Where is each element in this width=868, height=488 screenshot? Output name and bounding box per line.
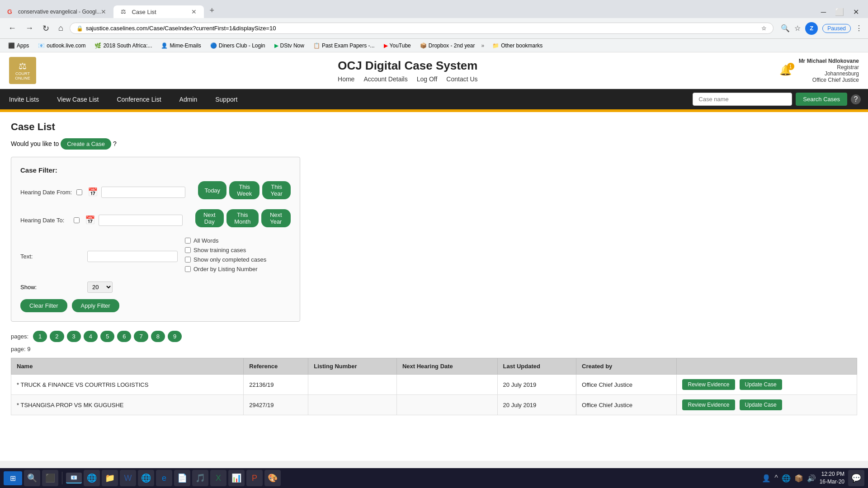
google-favicon: G <box>7 8 14 15</box>
nav-account[interactable]: Account Details <box>363 75 407 83</box>
all-words-checkbox[interactable] <box>185 238 191 244</box>
tab-caselist-close[interactable]: ✕ <box>191 8 197 15</box>
show-select[interactable]: 10 20 50 100 <box>87 282 113 293</box>
col-actions <box>677 358 857 375</box>
completed-cases-checkbox[interactable] <box>185 257 191 263</box>
new-tab-button[interactable]: + <box>204 3 220 18</box>
bookmark-outlook[interactable]: 📧 outlook.live.com <box>35 42 88 50</box>
bookmark-youtube-label: YouTube <box>390 42 411 49</box>
page-current-value: 9 <box>27 346 30 352</box>
page-3-button[interactable]: 3 <box>67 331 81 342</box>
clear-filter-button[interactable]: Clear Filter <box>20 299 67 312</box>
nav-logoff[interactable]: Log Off <box>417 75 438 83</box>
bookmark-diners[interactable]: 🔵 Diners Club - Login <box>208 42 268 50</box>
search-toolbar-icon[interactable]: 🔍 <box>781 24 790 33</box>
this-month-button[interactable]: This Month <box>226 209 259 227</box>
page-8-button[interactable]: 8 <box>151 331 165 342</box>
close-button[interactable]: ✕ <box>851 6 861 18</box>
hearing-from-label: Hearing Date From: <box>20 189 73 196</box>
profile-badge[interactable]: Z <box>805 22 818 35</box>
show-training-checkbox[interactable] <box>185 247 191 253</box>
hearing-to-input[interactable] <box>99 215 183 226</box>
bookmark-icon[interactable]: ☆ <box>794 24 801 33</box>
browser-tabs: G conservative evangelical - Googl... ✕ … <box>0 0 868 18</box>
address-input[interactable] <box>86 25 759 32</box>
page-7-button[interactable]: 7 <box>134 331 148 342</box>
text-input[interactable] <box>87 251 178 262</box>
case-search-input[interactable] <box>693 93 792 106</box>
search-cases-button[interactable]: Search Cases <box>796 93 847 106</box>
bookmark-apps[interactable]: ⬛ Apps <box>5 42 32 50</box>
order-listing-checkbox[interactable] <box>185 266 191 272</box>
site-title-block: OCJ Digital Case System Home Account Det… <box>36 59 779 83</box>
update-case-button-2[interactable]: Update Case <box>740 399 782 410</box>
menu-icon[interactable]: ⋮ <box>855 24 863 33</box>
navbar-invite-lists[interactable]: Invite Lists <box>0 89 48 109</box>
today-button[interactable]: Today <box>198 181 226 199</box>
user-info: Mr Michael Ndlokovane Registrar Johannes… <box>799 58 859 83</box>
bookmark-mime[interactable]: 👤 Mime-Emails <box>158 42 203 50</box>
bookmark-dropbox[interactable]: 📦 Dropbox - 2nd year <box>417 42 478 50</box>
navbar-view-case-list[interactable]: View Case List <box>48 89 108 109</box>
minimize-button[interactable]: ─ <box>819 6 828 18</box>
nav-home[interactable]: Home <box>338 75 354 83</box>
bookmark-dstv[interactable]: ▶ DStv Now <box>272 42 307 50</box>
review-evidence-button-2[interactable]: Review Evidence <box>682 399 735 410</box>
bookmark-youtube[interactable]: ▶ YouTube <box>381 42 414 50</box>
navbar-support[interactable]: Support <box>206 89 246 109</box>
other-bookmarks-icon: 📁 <box>492 42 499 49</box>
dstv-icon: ▶ <box>274 42 278 49</box>
help-icon[interactable]: ? <box>851 94 861 104</box>
hearing-from-input[interactable] <box>101 187 185 198</box>
page-5-button[interactable]: 5 <box>100 331 114 342</box>
case-listing-2 <box>308 395 397 415</box>
filter-title: Case Filter: <box>20 166 291 174</box>
case-name-1: * TRUCK & FINANCE VS COURTRIS LOGISTICS <box>11 375 244 395</box>
page-2-button[interactable]: 2 <box>50 331 64 342</box>
text-label: Text: <box>20 253 84 260</box>
tab-google-close[interactable]: ✕ <box>101 8 106 15</box>
case-table: Name Reference Listing Number Next Heari… <box>11 358 857 415</box>
create-case-row: Would you like to Create a Case ? <box>11 138 857 150</box>
apps-icon: ⬛ <box>8 42 15 49</box>
review-evidence-button-1[interactable]: Review Evidence <box>682 379 735 390</box>
more-bookmarks-icon[interactable]: » <box>481 42 485 49</box>
apply-filter-button[interactable]: Apply Filter <box>72 299 119 312</box>
show-training-row: Show training cases <box>185 247 266 253</box>
quick-btns-row2: Next Day This Month Next Year <box>195 209 291 231</box>
reload-button[interactable]: ↻ <box>40 22 52 35</box>
case-actions-1: Review Evidence Update Case <box>677 375 857 395</box>
page-4-button[interactable]: 4 <box>84 331 98 342</box>
this-week-button[interactable]: This Week <box>229 181 259 199</box>
home-button[interactable]: ⌂ <box>56 22 66 35</box>
navbar-admin[interactable]: Admin <box>170 89 207 109</box>
star-icon[interactable]: ☆ <box>761 25 767 32</box>
text-row: Text: All Words Show training cases Show… <box>20 237 291 275</box>
update-case-button-1[interactable]: Update Case <box>740 379 782 390</box>
case-created-1: Office Chief Justice <box>576 375 677 395</box>
create-case-button[interactable]: Create a Case <box>61 138 111 150</box>
paused-button[interactable]: Paused <box>822 24 851 33</box>
next-year-button[interactable]: Next Year <box>261 209 291 227</box>
hearing-from-row: Hearing Date From: 📅 Today This Week Thi… <box>20 181 291 203</box>
notification-bell[interactable]: 🔔 1 <box>779 65 792 76</box>
forward-button[interactable]: → <box>23 22 36 35</box>
page-1-button[interactable]: 1 <box>33 331 47 342</box>
other-bookmarks[interactable]: 📁 Other bookmarks <box>490 42 545 50</box>
this-year-button[interactable]: This Year <box>262 181 291 199</box>
tab-caselist[interactable]: ⚖ Case List ✕ <box>113 5 204 18</box>
back-button[interactable]: ← <box>5 22 19 35</box>
navbar-conference-list[interactable]: Conference List <box>108 89 170 109</box>
calendar-from-icon[interactable]: 📅 <box>88 187 98 197</box>
tab-google[interactable]: G conservative evangelical - Googl... ✕ <box>0 5 113 18</box>
page-6-button[interactable]: 6 <box>117 331 131 342</box>
bookmark-sa[interactable]: 🌿 2018 South Africa:... <box>92 42 155 50</box>
hearing-from-checkbox[interactable] <box>76 189 82 195</box>
bookmark-exam[interactable]: 📋 Past Exam Papers -... <box>311 42 377 50</box>
next-day-button[interactable]: Next Day <box>195 209 224 227</box>
nav-contact[interactable]: Contact Us <box>446 75 477 83</box>
page-9-button[interactable]: 9 <box>168 331 182 342</box>
calendar-to-icon[interactable]: 📅 <box>85 215 95 225</box>
maximize-button[interactable]: ⬜ <box>833 6 846 18</box>
hearing-to-checkbox[interactable] <box>74 217 80 223</box>
